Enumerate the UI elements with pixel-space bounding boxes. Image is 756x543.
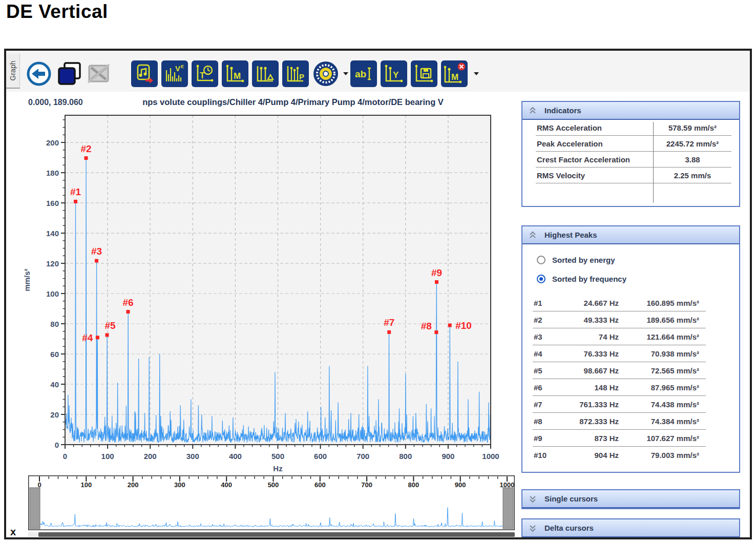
copy-graph-button[interactable] xyxy=(55,59,83,88)
svg-text:300: 300 xyxy=(174,481,185,489)
time-view-button[interactable]: T xyxy=(192,60,218,87)
svg-text:400: 400 xyxy=(229,452,242,461)
peak-amplitude: 87.965 mm/s² xyxy=(622,379,699,396)
range-handle-right[interactable] xyxy=(503,488,513,529)
svg-text:200: 200 xyxy=(46,138,59,147)
tab-graph[interactable]: Graph xyxy=(6,54,20,89)
row-separator xyxy=(536,183,731,183)
svg-text:#5: #5 xyxy=(104,320,116,331)
indicator-value: 3.88 xyxy=(654,152,731,168)
svg-text:P: P xyxy=(299,72,304,81)
peak-row: #374 Hz121.664 mm/s² xyxy=(522,328,739,345)
peak-rank: #10 xyxy=(534,447,547,464)
svg-text:600: 600 xyxy=(314,452,327,461)
svg-text:#1: #1 xyxy=(70,186,81,197)
indicators-title: Indicators xyxy=(544,106,581,115)
svg-text:1000: 1000 xyxy=(482,452,499,461)
peak-row: #476.333 Hz70.938 mm/s² xyxy=(522,345,739,362)
peak-amplitude: 72.565 mm/s² xyxy=(622,362,699,379)
svg-text:100: 100 xyxy=(101,452,114,461)
collapse-up-icon xyxy=(529,231,536,239)
peak-frequency: 873 Hz xyxy=(553,430,619,447)
svg-text:180: 180 xyxy=(46,169,59,177)
spectrum-chart[interactable]: 0204060801001201401601802000100200300400… xyxy=(16,111,521,475)
peak-rank: #3 xyxy=(534,328,542,345)
peak-frequency: 49.333 Hz xyxy=(553,311,619,328)
sort-by-frequency-radio[interactable] xyxy=(537,275,545,283)
marker-m-icon: M xyxy=(225,64,245,83)
peak-frequency: 761.333 Hz xyxy=(553,396,619,413)
indicator-row: RMS Velocity2.25 mm/s xyxy=(522,168,739,183)
bearing-dropdown-caret[interactable] xyxy=(343,72,348,75)
y-axis-scale-button[interactable]: Y xyxy=(381,60,407,87)
sort-by-frequency-option: Sorted by frequency xyxy=(522,269,739,288)
save-graph-button[interactable] xyxy=(411,60,437,87)
peak-rank: #8 xyxy=(534,413,542,430)
svg-text:200: 200 xyxy=(128,481,139,489)
text-label-button[interactable]: ab xyxy=(350,60,377,87)
clear-markers-button[interactable]: M xyxy=(441,60,468,87)
indicator-label: RMS Acceleration xyxy=(537,120,602,136)
svg-text:900: 900 xyxy=(442,452,454,461)
screen: DE Vertical Graph xyxy=(0,0,756,543)
clear-markers-dropdown-caret[interactable] xyxy=(474,72,479,75)
svg-text:#10: #10 xyxy=(455,320,472,331)
delta-cursors-panel: Delta cursors xyxy=(521,518,740,538)
svg-text:80: 80 xyxy=(50,320,59,328)
svg-text:100: 100 xyxy=(46,289,59,298)
ab-text-icon: ab xyxy=(354,64,373,83)
back-button[interactable] xyxy=(26,60,52,87)
svg-text:200: 200 xyxy=(144,452,157,461)
indicators-table: RMS Acceleration578.59 mm/s²Peak Acceler… xyxy=(522,120,739,206)
svg-text:100: 100 xyxy=(80,481,92,489)
expand-down-icon xyxy=(529,524,536,532)
export-data-button[interactable] xyxy=(131,60,158,87)
highest-peaks-panel-header[interactable]: Highest Peaks xyxy=(522,226,739,244)
y-axis-icon: Y xyxy=(384,64,404,83)
svg-text:160: 160 xyxy=(46,199,59,207)
single-cursors-panel-header[interactable]: Single cursors xyxy=(522,490,739,508)
indicator-label: RMS Velocity xyxy=(537,168,585,183)
single-cursors-title: Single cursors xyxy=(544,494,598,503)
svg-text:400: 400 xyxy=(221,481,232,489)
indicator-row: Peak Acceleration2245.72 mm/s² xyxy=(522,136,739,152)
indicator-label: Crest Factor Acceleration xyxy=(537,152,630,168)
peak-amplitude: 189.656 mm/s² xyxy=(622,311,699,328)
delta-cursors-panel-header[interactable]: Delta cursors xyxy=(522,519,739,537)
svg-text:700: 700 xyxy=(361,481,372,489)
peak-row: #124.667 Hz160.895 mm/s² xyxy=(522,295,739,311)
peak-rank: #6 xyxy=(534,379,542,396)
svg-text:Y: Y xyxy=(393,70,399,80)
markers-button[interactable]: M xyxy=(222,60,248,87)
bearing-frequencies-button[interactable] xyxy=(312,60,339,87)
image-x-icon xyxy=(86,61,112,87)
spectrum-bars-icon: V E xyxy=(165,64,184,83)
peak-frequency: 74 Hz xyxy=(553,328,619,345)
back-arrow-icon xyxy=(26,61,52,87)
svg-text:#8: #8 xyxy=(421,321,432,331)
svg-text:E: E xyxy=(181,64,184,69)
measurement-path-title: nps volute couplings/Chiller 4/Pump 4/Pr… xyxy=(78,97,508,107)
peak-row: #249.333 Hz189.656 mm/s² xyxy=(522,311,739,328)
velocity-spectrum-button[interactable]: V E xyxy=(161,60,188,87)
tab-graph-label: Graph xyxy=(9,61,17,81)
column-divider xyxy=(653,122,654,203)
delta-cursors-button[interactable] xyxy=(252,60,279,87)
svg-text:M: M xyxy=(234,71,241,81)
close-icon[interactable]: x xyxy=(10,527,16,536)
highest-peaks-body: Sorted by energy Sorted by frequency #12… xyxy=(522,244,739,472)
delete-graph-button-disabled xyxy=(86,60,112,87)
peak-frequency: 76.333 Hz xyxy=(553,345,619,362)
svg-text:#7: #7 xyxy=(384,317,394,328)
save-disk-icon xyxy=(414,64,434,83)
horizontal-scrollbar-thumb[interactable] xyxy=(38,532,515,537)
peak-amplitude: 160.895 mm/s² xyxy=(622,295,699,311)
indicators-panel: Indicators RMS Acceleration578.59 mm/s²P… xyxy=(521,101,740,207)
svg-text:600: 600 xyxy=(314,481,326,489)
sort-by-energy-radio[interactable] xyxy=(537,256,545,264)
svg-text:V: V xyxy=(175,64,180,73)
overview-chart[interactable]: 01002003004005006007008009001000 xyxy=(28,475,515,530)
indicators-panel-header[interactable]: Indicators xyxy=(522,102,739,120)
peak-cursors-button[interactable]: P xyxy=(282,60,309,87)
range-handle-left[interactable] xyxy=(30,488,40,529)
